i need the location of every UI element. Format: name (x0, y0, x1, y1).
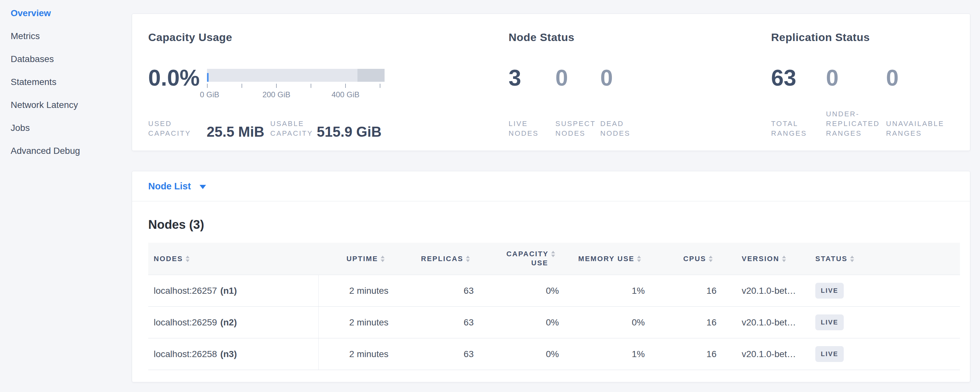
column-header-replicas[interactable]: REPLICAS (388, 255, 474, 263)
uptime-cell: 2 minutes (319, 286, 388, 296)
column-header-label: USE (531, 258, 548, 268)
table-row[interactable]: localhost:26258 (n3) 2 minutes 63 0% 1% … (148, 338, 960, 370)
sort-icon[interactable] (466, 256, 470, 262)
table-row[interactable]: localhost:26259 (n2) 2 minutes 63 0% 0% … (148, 307, 960, 338)
version-cell: v20.1.0-bet… (716, 349, 808, 359)
live-nodes-count: 3 (509, 65, 521, 90)
capacity-use-cell: 0% (474, 317, 559, 328)
gauge-tick (380, 84, 380, 88)
version-cell: v20.1.0-bet… (716, 317, 808, 328)
sort-icon[interactable] (381, 256, 385, 262)
column-header-status[interactable]: STATUS (808, 255, 960, 263)
sidebar-item-advanced-debug[interactable]: Advanced Debug (11, 147, 132, 155)
dead-nodes-count: 0 (600, 65, 613, 90)
replicas-cell: 63 (388, 286, 474, 296)
capacity-used-percent: 0.0% (148, 65, 200, 90)
capacity-gauge-track (207, 69, 385, 82)
status-cell: LIVE (808, 314, 960, 330)
status-badge: LIVE (815, 283, 844, 299)
total-ranges-count: 63 (771, 65, 796, 90)
sort-icon[interactable] (850, 256, 854, 262)
used-capacity-label: USED CAPACITY (148, 119, 192, 138)
capacity-use-cell: 0% (474, 349, 559, 359)
node-list-selector[interactable]: Node List (132, 171, 970, 201)
sort-icon[interactable] (782, 256, 786, 262)
usable-capacity-label: USABLE CAPACITY (270, 119, 319, 138)
under-replicated-ranges-count: 0 (826, 65, 838, 90)
replicas-cell: 63 (388, 317, 474, 328)
column-header-cpus[interactable]: CPUS (645, 255, 716, 263)
node-list-card: Node List Nodes (3) NODES UPTIME REPLICA… (132, 171, 970, 382)
capacity-use-cell: 0% (474, 286, 559, 296)
cluster-summary-card: Capacity Usage 0.0% 0 GiB 200 GiB 400 Gi… (132, 14, 970, 151)
column-header-memory-use[interactable]: MEMORY USE (559, 255, 645, 263)
column-header-label: MEMORY USE (578, 255, 635, 263)
replicas-cell: 63 (388, 349, 474, 359)
table-row[interactable]: localhost:26257 (n1) 2 minutes 63 0% 1% … (148, 275, 960, 307)
cpus-cell: 16 (645, 349, 716, 359)
node-status-title: Node Status (509, 31, 574, 44)
chevron-down-icon (200, 185, 206, 189)
nodes-heading: Nodes (3) (148, 218, 204, 232)
node-address: localhost:26258 (154, 349, 217, 359)
status-badge: LIVE (815, 314, 844, 330)
column-header-uptime[interactable]: UPTIME (319, 255, 388, 263)
suspect-nodes-count: 0 (555, 65, 568, 90)
dead-nodes-label: DEAD NODES (600, 119, 636, 138)
version-cell: v20.1.0-bet… (716, 286, 808, 296)
nodes-table: NODES UPTIME REPLICAS CAPACITY USE (148, 243, 960, 370)
sort-icon[interactable] (637, 256, 641, 262)
gauge-axis-label: 0 GiB (200, 90, 219, 99)
column-header-label: NODES (154, 255, 183, 263)
live-nodes-label: LIVE NODES (509, 119, 544, 138)
memory-use-cell: 1% (559, 349, 645, 359)
node-id: (n3) (220, 349, 237, 359)
sidebar-item-databases[interactable]: Databases (11, 55, 132, 64)
unavailable-ranges-label: UNAVAILABLE RANGES (886, 119, 964, 138)
used-capacity-value: 25.5 MiB (207, 125, 264, 139)
gauge-axis-label: 400 GiB (332, 90, 360, 99)
under-replicated-ranges-label: UNDER-REPLICATED RANGES (826, 109, 891, 138)
sort-icon[interactable] (551, 251, 555, 257)
unavailable-ranges-count: 0 (886, 65, 899, 90)
total-ranges-label: TOTAL RANGES (771, 119, 811, 138)
gauge-tick (345, 84, 346, 88)
node-id: (n2) (220, 317, 237, 328)
capacity-usage-title: Capacity Usage (148, 31, 232, 44)
status-cell: LIVE (808, 283, 960, 299)
suspect-nodes-label: SUSPECT NODES (555, 119, 599, 138)
sidebar-item-jobs[interactable]: Jobs (11, 123, 132, 132)
nodes-table-header: NODES UPTIME REPLICAS CAPACITY USE (148, 243, 960, 275)
memory-use-cell: 1% (559, 286, 645, 296)
node-list-selector-label: Node List (148, 181, 191, 192)
replication-status-title: Replication Status (771, 31, 870, 44)
sidebar-item-metrics[interactable]: Metrics (11, 32, 132, 41)
status-badge: LIVE (815, 346, 844, 362)
sidebar-item-network-latency[interactable]: Network Latency (11, 100, 132, 110)
column-header-capacity-use[interactable]: CAPACITY USE (474, 250, 559, 268)
sidebar-item-statements[interactable]: Statements (11, 78, 132, 87)
column-header-label: VERSION (742, 255, 780, 263)
cpus-cell: 16 (645, 317, 716, 328)
status-cell: LIVE (808, 346, 960, 362)
node-id: (n1) (220, 286, 237, 296)
capacity-gauge-secondary-segment (358, 69, 385, 82)
node-address-cell: localhost:26259 (n2) (148, 307, 319, 338)
sort-icon[interactable] (186, 256, 189, 262)
column-header-label: CPUS (683, 255, 706, 263)
node-address-cell: localhost:26257 (n1) (148, 275, 319, 306)
column-header-label: CAPACITY (506, 250, 549, 258)
gauge-axis-label: 200 GiB (262, 90, 291, 99)
uptime-cell: 2 minutes (319, 317, 388, 328)
gauge-tick (207, 84, 208, 88)
gauge-tick (276, 84, 277, 88)
sort-icon[interactable] (709, 256, 713, 262)
node-address-cell: localhost:26258 (n3) (148, 338, 319, 370)
gauge-tick (242, 84, 242, 88)
node-address: localhost:26259 (154, 317, 217, 328)
sidebar-item-overview[interactable]: Overview (11, 9, 132, 18)
capacity-gauge-used-marker (207, 73, 208, 82)
memory-use-cell: 0% (559, 317, 645, 328)
column-header-nodes[interactable]: NODES (148, 255, 319, 263)
column-header-version[interactable]: VERSION (716, 255, 808, 263)
